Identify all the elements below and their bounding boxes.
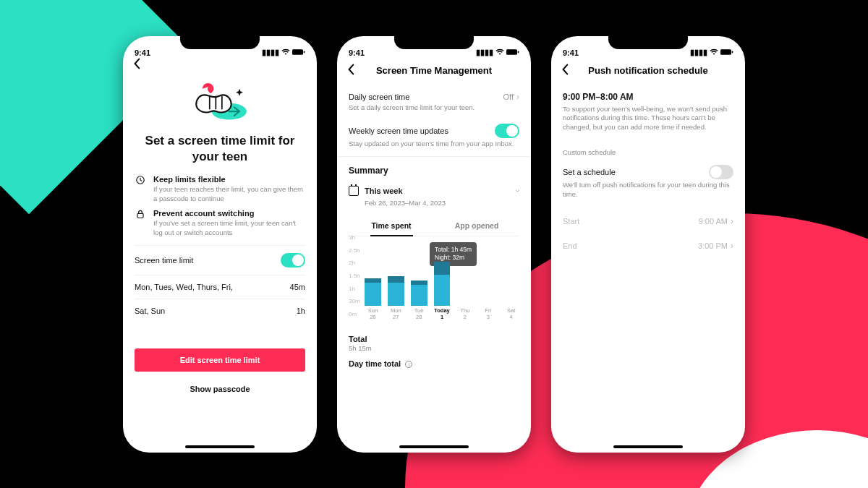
weekend-label: Sat, Sun bbox=[135, 307, 165, 315]
time-spent-chart[interactable]: Total: 1h 45m Night: 32m Sun26Mon27Tue28… bbox=[349, 244, 519, 330]
home-indicator[interactable] bbox=[613, 445, 683, 448]
chevron-right-icon: › bbox=[731, 216, 733, 226]
status-icons: ▮▮▮▮ bbox=[476, 48, 519, 57]
daytime-total-label: Day time total bbox=[349, 359, 401, 368]
bullet-flexible: Keep limits flexible If your teen reache… bbox=[135, 175, 305, 204]
clock-icon bbox=[135, 175, 146, 204]
weekend-row[interactable]: Sat, Sun 1h bbox=[135, 299, 305, 322]
bullet-text: If your teen reaches their limit, you ca… bbox=[153, 185, 305, 204]
screen-header: Push notification schedule bbox=[551, 61, 745, 85]
total-label: Total bbox=[349, 335, 367, 343]
tab-time-spent[interactable]: Time spent bbox=[349, 215, 434, 236]
bullet-title: Keep limits flexible bbox=[153, 175, 305, 184]
limit-illustration bbox=[135, 74, 305, 133]
chart-bar[interactable]: Fri3 bbox=[480, 306, 496, 320]
custom-schedule-heading: Custom schedule bbox=[563, 148, 733, 158]
weekdays-value: 45m bbox=[290, 283, 305, 291]
home-indicator[interactable] bbox=[399, 445, 469, 448]
chart-xlabel: Fri3 bbox=[485, 308, 491, 320]
chart-xlabel: Mon27 bbox=[391, 308, 401, 320]
summary-title: Summary bbox=[349, 166, 519, 176]
status-icons: ▮▮▮▮ bbox=[262, 48, 305, 57]
daily-screen-time-sub: Set a daily screen time limit for your t… bbox=[349, 103, 519, 113]
screen-header bbox=[123, 61, 317, 74]
signal-icon: ▮▮▮▮ bbox=[690, 48, 707, 57]
bullet-prevent-switching: Prevent account switching If you've set … bbox=[135, 209, 305, 238]
edit-limit-button[interactable]: Edit screen time limit bbox=[135, 348, 305, 372]
status-icons: ▮▮▮▮ bbox=[690, 48, 733, 57]
show-passcode-button[interactable]: Show passcode bbox=[135, 377, 305, 401]
end-row[interactable]: End 3:00 PM› bbox=[563, 234, 733, 258]
back-button[interactable] bbox=[133, 58, 140, 72]
signal-icon: ▮▮▮▮ bbox=[262, 48, 279, 57]
wifi-icon bbox=[281, 48, 290, 57]
chart-ytick: 1.5h bbox=[349, 272, 360, 278]
chart-tabs: Time spent App opened bbox=[349, 215, 519, 236]
chart-bar[interactable]: Sun26 bbox=[365, 278, 381, 320]
chart-ytick: 1h bbox=[349, 285, 355, 291]
chart-ytick: 0m bbox=[349, 310, 357, 317]
start-row[interactable]: Start 9:00 AM› bbox=[563, 209, 733, 234]
back-button[interactable] bbox=[561, 64, 569, 77]
week-picker-label: This week bbox=[365, 187, 403, 195]
chart-ytick: 30m bbox=[349, 298, 360, 304]
start-value: 9:00 AM bbox=[699, 217, 728, 226]
screen-header: Screen Time Management bbox=[337, 61, 531, 85]
svg-rect-0 bbox=[292, 49, 303, 55]
set-schedule-toggle[interactable] bbox=[709, 165, 733, 179]
chart-xlabel: Today1 bbox=[434, 308, 450, 320]
phone-screen-time-management: 9:41 ▮▮▮▮ Screen Time Management Daily s… bbox=[337, 36, 531, 453]
svg-rect-8 bbox=[732, 51, 733, 53]
weekend-value: 1h bbox=[297, 307, 305, 315]
lock-icon bbox=[135, 209, 146, 238]
screen-time-limit-label: Screen time limit bbox=[135, 256, 193, 265]
svg-rect-7 bbox=[720, 49, 731, 55]
weekdays-row[interactable]: Mon, Tues, Wed, Thurs, Fri, 45m bbox=[135, 275, 305, 299]
home-indicator[interactable] bbox=[185, 445, 255, 448]
daily-screen-time-row[interactable]: Daily screen time Off› bbox=[349, 85, 519, 103]
set-schedule-sub: We'll turn off push notifications for yo… bbox=[563, 181, 733, 200]
total-value: 5h 15m bbox=[349, 344, 372, 352]
weekly-updates-toggle[interactable] bbox=[495, 124, 519, 138]
phone-notch bbox=[608, 36, 688, 49]
screen-time-limit-toggle[interactable] bbox=[281, 253, 305, 267]
bullet-title: Prevent account switching bbox=[153, 209, 305, 218]
chevron-right-icon: › bbox=[731, 241, 733, 251]
chart-ytick: 2h bbox=[349, 260, 355, 266]
battery-icon bbox=[506, 48, 519, 57]
weekdays-label: Mon, Tues, Wed, Thurs, Fri, bbox=[135, 283, 233, 291]
signal-icon: ▮▮▮▮ bbox=[476, 48, 493, 57]
info-icon[interactable]: i bbox=[405, 361, 412, 368]
battery-icon bbox=[292, 48, 305, 57]
bullet-text: If you've set a screen time limit, your … bbox=[153, 219, 305, 238]
chevron-down-icon[interactable]: › bbox=[513, 189, 523, 192]
phone-screen-time-limit: 9:41 ▮▮▮▮ bbox=[123, 36, 317, 453]
wifi-icon bbox=[710, 48, 718, 57]
page-title: Push notification schedule bbox=[588, 65, 707, 76]
chart-xlabel: Tue28 bbox=[414, 308, 424, 320]
chart-xlabel: Sun26 bbox=[368, 308, 378, 320]
phone-push-notification-schedule: 9:41 ▮▮▮▮ Push notification schedule 9:0… bbox=[551, 36, 745, 453]
chart-ytick: 3h bbox=[349, 234, 355, 240]
daily-screen-time-value: Off bbox=[503, 93, 514, 101]
svg-rect-4 bbox=[137, 214, 143, 218]
chart-bar[interactable]: Mon27 bbox=[388, 276, 404, 320]
phone-notch bbox=[180, 36, 260, 49]
weekly-updates-label: Weekly screen time updates bbox=[349, 127, 448, 135]
chart-xlabel: Sat4 bbox=[507, 308, 515, 320]
chart-bar[interactable]: Thu2 bbox=[456, 306, 473, 320]
chart-bar[interactable]: Sat4 bbox=[503, 306, 519, 320]
chart-ytick: 2.5h bbox=[349, 247, 360, 253]
back-button[interactable] bbox=[347, 64, 354, 77]
tab-app-opened[interactable]: App opened bbox=[434, 215, 519, 236]
wifi-icon bbox=[495, 48, 504, 57]
weekly-updates-sub: Stay updated on your teen's time from yo… bbox=[349, 140, 519, 149]
battery-icon bbox=[720, 48, 733, 57]
chart-bar[interactable]: Tue28 bbox=[411, 281, 427, 320]
chart-bar[interactable]: Today1 bbox=[434, 262, 451, 320]
week-picker[interactable]: This week bbox=[349, 186, 403, 196]
svg-rect-6 bbox=[518, 51, 519, 53]
set-schedule-label: Set a schedule bbox=[563, 168, 616, 176]
calendar-icon bbox=[349, 186, 359, 196]
svg-rect-5 bbox=[506, 49, 517, 55]
